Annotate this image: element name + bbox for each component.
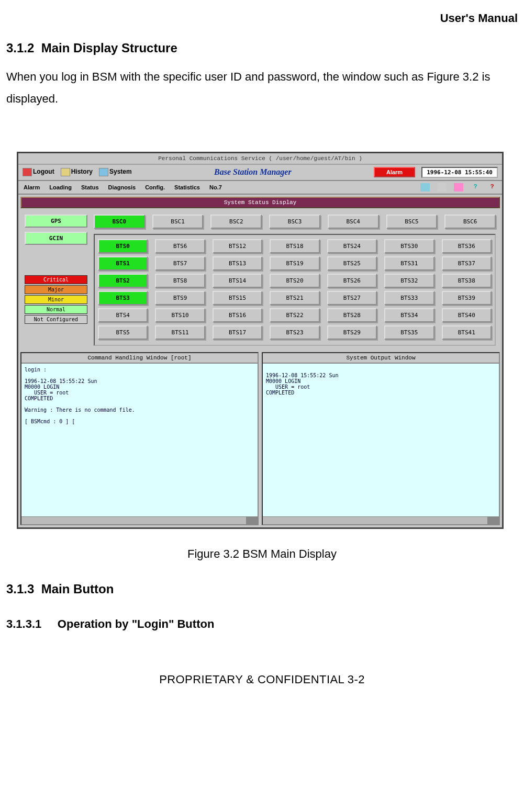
page-footer: PROPRIETARY & CONFIDENTIAL 3-2 <box>6 673 518 686</box>
history-label: History <box>71 168 93 175</box>
bts-cell[interactable]: BTS17 <box>213 325 262 340</box>
menu-statistics[interactable]: Statistics <box>174 184 200 190</box>
brand-title: Base Station Manager <box>138 167 367 177</box>
bts-cell[interactable]: BTS22 <box>270 308 319 322</box>
menu-loading[interactable]: Loading <box>49 184 72 190</box>
system-status-bar: System Status Display <box>20 197 500 208</box>
bts-cell[interactable]: BTS20 <box>270 274 319 288</box>
bts-cell[interactable]: BTS40 <box>442 308 492 322</box>
legend-normal: Normal <box>25 305 87 314</box>
scrollbar-horizontal[interactable] <box>21 516 258 524</box>
scroll-icon <box>61 168 70 176</box>
bts-cell[interactable]: BTS36 <box>442 239 492 253</box>
legend: Critical Major Minor Normal Not Configur… <box>25 275 87 324</box>
bts-cell[interactable]: BTS3 <box>98 291 148 305</box>
bts-cell[interactable]: BTS9 <box>155 291 205 305</box>
window-icon[interactable] <box>437 183 447 191</box>
bts-cell[interactable]: BTS18 <box>270 239 319 253</box>
bts-cell[interactable]: BTS5 <box>98 325 148 340</box>
bts-cell[interactable]: BTS4 <box>98 308 148 322</box>
bts-cell[interactable]: BTS31 <box>384 256 434 270</box>
bts-cell[interactable]: BTS32 <box>384 274 434 288</box>
legend-major: Major <box>25 285 87 294</box>
bts-cell[interactable]: BTS37 <box>442 256 492 270</box>
bts-cell[interactable]: BTS16 <box>213 308 262 322</box>
command-pane: Command Handling Window [root] login : 1… <box>20 352 259 525</box>
bsm-screenshot: Personal Communications Service ( /user/… <box>17 152 504 529</box>
figure-caption: Figure 3.2 BSM Main Display <box>6 547 518 561</box>
bsc-cell[interactable]: BSC5 <box>386 215 438 229</box>
bts-grid: BTS0BTS6BTS12BTS18BTS24BTS30BTS36BTS1BTS… <box>94 234 496 346</box>
bsc-cell[interactable]: BSC3 <box>269 215 320 229</box>
help-icon[interactable]: ? <box>487 183 497 191</box>
bts-cell[interactable]: BTS41 <box>442 325 492 340</box>
bts-cell[interactable]: BTS21 <box>270 291 319 305</box>
bts-cell[interactable]: BTS33 <box>384 291 434 305</box>
menu-no7[interactable]: No.7 <box>209 184 222 190</box>
bts-cell[interactable]: BTS23 <box>270 325 319 340</box>
menu-status[interactable]: Status <box>81 184 99 190</box>
timestamp-display: 1996-12-08 15:55:40 <box>421 167 498 178</box>
output-pane-body: 1996-12-08 15:55:22 Sun M0000 LOGIN USER… <box>263 364 499 516</box>
bts-cell[interactable]: BTS19 <box>270 256 319 270</box>
bts-cell[interactable]: BTS6 <box>155 239 205 253</box>
bts-cell[interactable]: BTS12 <box>213 239 262 253</box>
legend-minor: Minor <box>25 295 87 304</box>
bts-cell[interactable]: BTS25 <box>327 256 377 270</box>
menu-config[interactable]: Config. <box>145 184 165 190</box>
bts-cell[interactable]: BTS8 <box>155 274 205 288</box>
bsc-row: BSC0 BSC1 BSC2 BSC3 BSC4 BSC5 BSC6 <box>94 215 496 229</box>
bsc-cell[interactable]: BSC0 <box>94 215 145 229</box>
command-pane-body[interactable]: login : 1996-12-08 15:55:22 Sun M0000 LO… <box>21 364 258 516</box>
bts-cell[interactable]: BTS30 <box>384 239 434 253</box>
bts-cell[interactable]: BTS38 <box>442 274 492 288</box>
palette-icon[interactable] <box>454 183 463 191</box>
gcin-button[interactable]: GCIN <box>25 232 87 245</box>
bts-cell[interactable]: BTS35 <box>384 325 434 340</box>
alarm-button[interactable]: Alarm <box>374 167 415 177</box>
bts-cell[interactable]: BTS15 <box>213 291 262 305</box>
bts-cell[interactable]: BTS27 <box>327 291 377 305</box>
bts-cell[interactable]: BTS10 <box>155 308 205 322</box>
bts-cell[interactable]: BTS14 <box>213 274 262 288</box>
printer-icon[interactable] <box>420 183 430 191</box>
bsc-cell[interactable]: BSC1 <box>152 215 204 229</box>
bts-cell[interactable]: BTS34 <box>384 308 434 322</box>
bsc-cell[interactable]: BSC2 <box>210 215 262 229</box>
heading-3131-num: 3.1.3.1 <box>6 617 41 630</box>
bsc-cell[interactable]: BSC6 <box>444 215 496 229</box>
bts-cell[interactable]: BTS2 <box>98 274 148 288</box>
bts-cell[interactable]: BTS39 <box>442 291 492 305</box>
logout-button[interactable]: Logout <box>23 168 54 176</box>
window-title-bar: Personal Communications Service ( /user/… <box>18 153 502 165</box>
scrollbar-horizontal[interactable] <box>263 516 499 524</box>
bsc-cell[interactable]: BSC4 <box>328 215 379 229</box>
heading-313-num: 3.1.3 <box>6 582 34 596</box>
bts-cell[interactable]: BTS7 <box>155 256 205 270</box>
bts-cell[interactable]: BTS0 <box>98 239 148 253</box>
history-button[interactable]: History <box>61 168 93 176</box>
bts-cell[interactable]: BTS24 <box>327 239 377 253</box>
heading-312-title: Main Display Structure <box>41 41 177 55</box>
bts-cell[interactable]: BTS26 <box>327 274 377 288</box>
bts-cell[interactable]: BTS13 <box>213 256 262 270</box>
menu-diagnosis[interactable]: Diagnosis <box>108 184 136 190</box>
heading-3131-title: Operation by "Login" Button <box>58 617 215 630</box>
bts-cell[interactable]: BTS29 <box>327 325 377 340</box>
gps-button[interactable]: GPS <box>25 215 87 228</box>
command-pane-title: Command Handling Window [root] <box>21 353 258 364</box>
output-pane: System Output Window 1996-12-08 15:55:22… <box>262 352 500 525</box>
house-icon <box>23 168 32 176</box>
logout-label: Logout <box>33 168 54 175</box>
heading-312-num: 3.1.2 <box>6 41 34 55</box>
bts-cell[interactable]: BTS28 <box>327 308 377 322</box>
running-header: User's Manual <box>6 12 518 25</box>
menu-alarm[interactable]: Alarm <box>24 184 40 190</box>
heading-3131: 3.1.3.1 Operation by "Login" Button <box>6 617 518 631</box>
system-label: System <box>109 168 132 175</box>
legend-not-configured: Not Configured <box>25 315 87 324</box>
system-button[interactable]: System <box>99 168 132 176</box>
bts-cell[interactable]: BTS1 <box>98 256 148 270</box>
search-icon[interactable]: ? <box>471 183 480 191</box>
bts-cell[interactable]: BTS11 <box>155 325 205 340</box>
